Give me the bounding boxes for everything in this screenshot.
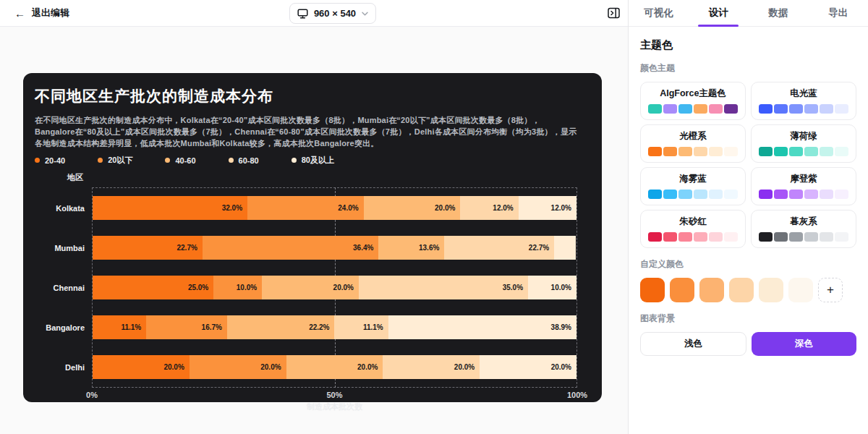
theme-swatch <box>648 147 662 156</box>
theme-grid: AIgForce主题色电光蓝光橙系薄荷绿海雾蓝摩登紫朱砂红暮灰系 <box>640 82 856 248</box>
theme-name: 摩登紫 <box>756 173 851 185</box>
background-option-浅色[interactable]: 浅色 <box>640 332 746 356</box>
bar-value-label: 25.0% <box>188 284 208 292</box>
theme-swatch <box>774 232 788 242</box>
bar-row: 32.0%24.0%20.0%12.0%12.0% <box>93 188 576 228</box>
theme-swatch <box>789 232 803 242</box>
theme-swatch <box>724 232 738 242</box>
exit-edit-label: 退出编辑 <box>32 7 69 20</box>
chart-card: 不同地区生产批次的制造成本分布 在不同地区生产批次的制造成本分布中，Kolkat… <box>23 73 602 402</box>
category-labels: KolkataMumbaiChennaiBangaloreDelhi <box>35 187 92 388</box>
theme-swatch <box>648 232 662 242</box>
editor-topbar: ← 退出编辑 960 × 540 <box>0 0 628 27</box>
theme-card-朱砂红[interactable]: 朱砂红 <box>640 210 746 248</box>
theme-swatch <box>709 147 723 156</box>
bar-segment: 10.0% <box>213 276 262 299</box>
bar-value-label: 10.0% <box>237 284 257 292</box>
theme-name: 电光蓝 <box>756 88 851 100</box>
app-window: ← 退出编辑 960 × 540 <box>0 0 868 434</box>
tab-导出[interactable]: 导出 <box>808 0 868 26</box>
theme-card-AIgForce主题色[interactable]: AIgForce主题色 <box>640 82 746 120</box>
legend-item: 60-80 <box>229 156 259 165</box>
theme-swatch <box>820 147 833 156</box>
chart-background-label: 图表背景 <box>640 312 856 325</box>
legend-label: 20以下 <box>108 155 132 166</box>
theme-swatch <box>804 190 818 199</box>
theme-swatch <box>724 104 738 114</box>
stacked-bar: 11.1%16.7%22.2%11.1%38.9% <box>93 315 576 339</box>
theme-swatches <box>756 104 851 114</box>
tab-可视化[interactable]: 可视化 <box>629 0 689 26</box>
theme-swatch <box>774 190 788 199</box>
canvas-size-selector[interactable]: 960 × 540 <box>289 3 376 24</box>
theme-card-海雾蓝[interactable]: 海雾蓝 <box>640 167 746 205</box>
custom-swatches <box>640 278 813 302</box>
legend-dot-icon <box>292 158 297 163</box>
bar-value-label: 20.0% <box>333 284 354 292</box>
bar-value-label: 10.0% <box>551 284 571 292</box>
canvas-size-value: 960 × 540 <box>313 8 357 19</box>
theme-name: 朱砂红 <box>645 216 741 228</box>
bar-segment: 20.0% <box>383 355 480 379</box>
custom-colors-row: + <box>640 278 856 302</box>
theme-card-暮灰系[interactable]: 暮灰系 <box>751 210 856 248</box>
custom-color-swatch[interactable] <box>699 278 724 302</box>
theme-card-光橙系[interactable]: 光橙系 <box>640 124 746 163</box>
legend-label: 20-40 <box>45 156 65 165</box>
bar-segment: 13.6% <box>378 236 444 260</box>
bar-segment: 36.4% <box>203 236 379 260</box>
legend-label: 60-80 <box>239 156 259 165</box>
legend-label: 40-60 <box>175 156 195 165</box>
bar-segment: 25.0% <box>93 276 213 299</box>
theme-swatch <box>759 104 773 114</box>
custom-color-swatch[interactable] <box>729 278 754 302</box>
bar-segment: 22.7% <box>93 236 203 260</box>
theme-swatch <box>663 104 677 114</box>
theme-swatch <box>835 232 848 242</box>
add-color-button[interactable]: + <box>818 278 843 302</box>
bar-value-label: 20.0% <box>260 363 281 371</box>
legend-item: 20以下 <box>98 155 132 166</box>
plot-area: 32.0%24.0%20.0%12.0%12.0%22.7%36.4%13.6%… <box>92 187 577 388</box>
bar-segment: 22.7% <box>444 236 554 260</box>
bar-value-label: 20.0% <box>357 363 378 371</box>
theme-card-摩登紫[interactable]: 摩登紫 <box>751 167 856 205</box>
editor-canvas: 不同地区生产批次的制造成本分布 在不同地区生产批次的制造成本分布中，Kolkat… <box>0 27 628 434</box>
back-arrow-icon: ← <box>14 8 25 19</box>
category-label: Bangalore <box>35 307 92 347</box>
bar-segment: 16.7% <box>146 315 227 339</box>
category-label: Chennai <box>35 268 92 307</box>
theme-card-薄荷绿[interactable]: 薄荷绿 <box>751 124 856 163</box>
collapse-panel-button[interactable] <box>606 7 621 20</box>
custom-color-swatch[interactable] <box>759 278 783 302</box>
custom-color-swatch[interactable] <box>788 278 813 302</box>
theme-swatch <box>694 104 707 114</box>
x-axis-ticks: 0%50%100% <box>92 391 577 400</box>
bar-segment: 20.0% <box>190 355 286 379</box>
background-option-深色[interactable]: 深色 <box>752 332 856 356</box>
theme-swatch <box>804 147 818 156</box>
theme-swatch <box>789 104 803 114</box>
theme-swatch <box>789 147 803 156</box>
chart-legend: 20-4020以下40-6060-8080及以上 <box>35 155 577 166</box>
theme-swatch <box>694 232 707 242</box>
bar-value-label: 22.7% <box>529 244 549 252</box>
custom-color-swatch[interactable] <box>670 278 694 302</box>
theme-swatch <box>663 232 677 242</box>
exit-edit-button[interactable]: ← 退出编辑 <box>14 7 69 20</box>
bar-row: 11.1%16.7%22.2%11.1%38.9% <box>93 307 576 347</box>
tab-数据[interactable]: 数据 <box>749 0 809 26</box>
custom-color-swatch[interactable] <box>640 278 665 302</box>
bar-value-label: 38.9% <box>551 323 571 331</box>
legend-dot-icon <box>165 158 170 163</box>
bar-row: 20.0%20.0%20.0%20.0%20.0% <box>93 347 576 387</box>
legend-item: 40-60 <box>165 156 195 165</box>
theme-card-电光蓝[interactable]: 电光蓝 <box>751 82 856 120</box>
chart-title: 不同地区生产批次的制造成本分布 <box>35 86 577 106</box>
bar-segment: 38.9% <box>388 315 576 339</box>
legend-label: 80及以上 <box>302 155 334 166</box>
theme-swatches <box>645 147 741 156</box>
bar-segment: 35.0% <box>359 276 528 299</box>
bar-segment: 24.0% <box>247 196 364 220</box>
tab-设计[interactable]: 设计 <box>689 0 749 26</box>
